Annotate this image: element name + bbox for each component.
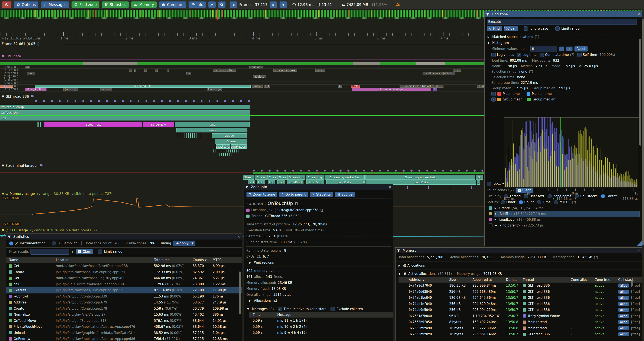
min-bin-plus-button[interactable]: + (566, 47, 572, 51)
zone-info-window[interactable]: ▼ Zone info✕ Zoom to zone ↑Go to parent … (244, 184, 394, 341)
statistics-row[interactable]: OnTouchMove jni/../jni/src/guif/Screen.c… (6, 318, 242, 324)
find-zone-titlebar[interactable]: ▼ Find zone✕ (484, 11, 642, 17)
memory-titlebar[interactable]: ▼ Memory✕ (396, 248, 642, 253)
timeline-zone[interactable]: audiose (253, 75, 266, 78)
memory-plot-header[interactable]: ▼ Memory usage (y-range: 30.88 KB, visib… (2, 192, 113, 196)
reset-button[interactable]: Reset (574, 46, 588, 52)
close-icon[interactable]: ✕ (638, 249, 640, 252)
timeline-zone[interactable]: Streaming (287, 175, 305, 180)
min-bin-minus-button[interactable]: - (559, 47, 564, 51)
timeline-zone[interactable] (168, 69, 170, 72)
close-icon[interactable]: ✕ (389, 185, 392, 189)
timeline-zone[interactable]: audio.service (effect) (422, 72, 455, 75)
timeline-zone[interactable]: GLThread 336 (35, 85, 250, 88)
free-callstack-link[interactable]: [free] (631, 296, 640, 300)
col-total-time[interactable]: Total time (154, 258, 193, 262)
col-appeared-at[interactable]: Appeared at (472, 278, 506, 282)
timeline-zone[interactable]: Streaming (306, 175, 324, 180)
timeline-zone[interactable]: (worker/) (63, 88, 78, 91)
statistics-row[interactable]: PrivateTouchMove jni/../jni/src/claw/app… (6, 324, 242, 330)
source-button[interactable]: Source (335, 192, 355, 197)
timeline-zone[interactable]: ScreenText (143, 122, 174, 127)
timeline-zone[interactable]: Ti (338, 85, 342, 88)
timeline-zone[interactable] (40, 122, 41, 127)
alloc-callstack-button[interactable]: alloc (618, 295, 629, 300)
cpu-data-header[interactable]: ▼ CPU data (2, 54, 21, 58)
clear-button[interactable]: ⃠Clear (504, 26, 518, 31)
statistics-row[interactable]: Unload jni/../jni/src/claw/graphics/pixe… (6, 330, 242, 336)
matched-locations-toggle[interactable]: ▶Matched source locations(1) (487, 34, 640, 40)
timeline-zone[interactable]: auc (27, 72, 35, 75)
messages-collapse[interactable]: ▼ (247, 308, 250, 310)
clipboard-icon[interactable] (320, 209, 323, 212)
self-time-checkbox[interactable] (577, 53, 582, 57)
min-bin-input[interactable] (530, 46, 557, 52)
timeline-zone[interactable]: Strear (255, 175, 267, 180)
statistics-window[interactable]: ▼ Statistics✕ Instrumentation Sampling T… (6, 233, 242, 341)
found-zone-row[interactable]: ▶<no parent>(9) 225.73 µs (487, 222, 640, 228)
timeline-zone[interactable]: cds_ol_rx_thr (213, 69, 236, 72)
col-call-stack[interactable]: Call stack (618, 278, 644, 282)
free-callstack-link[interactable]: [free] (631, 314, 640, 318)
found-zone-row[interactable]: ▶AddTree(18,542) 227.19 ms (487, 211, 640, 217)
filter-clear-button[interactable]: ✕Clear (76, 249, 93, 254)
message-row[interactable]: 5.59 smip 10 w 2 h 2 (4) (249, 324, 394, 330)
find-zone-input[interactable] (487, 19, 637, 25)
active-allocations-toggle[interactable]: ▼ Active allocations (70,311) Memory usa… (396, 271, 642, 277)
timeline-zone[interactable]: Queue (215, 139, 247, 144)
messages-header[interactable]: Time Message (249, 312, 394, 317)
streamingmanager-header[interactable]: ▼ StreamingManager (2, 163, 43, 168)
tools-button[interactable] (208, 1, 216, 8)
memory-row[interactable]: 0x74a9d37040 186.35 KB 295,999,844ns 13:… (398, 282, 644, 289)
compare-button[interactable]: Compare (159, 1, 186, 8)
info-button[interactable]: Info (188, 1, 206, 8)
options-button[interactable]: Options (14, 1, 38, 8)
col-address[interactable]: Address ▲ (409, 278, 449, 282)
statistics-row[interactable]: Normalize jni/../jni/src/claw/vfs/Vfs.cp… (6, 311, 242, 318)
filter-input[interactable] (30, 249, 69, 255)
timeline-zone[interactable]: cds (316, 69, 325, 72)
close-icon[interactable]: ✕ (238, 235, 240, 239)
statistics-row[interactable]: Create jni/../jni/src/guif/Control.cpp:1… (6, 306, 242, 312)
sampling-radio[interactable] (52, 241, 56, 245)
statistics-row[interactable]: Execute jni/../jni/src/claw/base/LuaScri… (6, 287, 242, 293)
go-to-parent-button[interactable]: ↑Go to parent (279, 192, 308, 197)
memory-window[interactable]: ▼ Memory✕ Total allocations:5,221,308 Ac… (395, 247, 642, 341)
memory-row[interactable]: 0x7553b9fa90 16 bytes 153,722,396ns 13:5… (398, 325, 644, 331)
timeline-zone[interactable] (220, 153, 232, 156)
mean-median-checkbox[interactable]: ✓ (492, 92, 496, 96)
memory-scrollbar[interactable] (631, 281, 633, 286)
found-zone-row[interactable]: ▶LoadLevel(18) 406.88 µs (487, 217, 640, 222)
statistics-row[interactable]: AddTree jni/../jni/src/guif/Control.cpp:… (6, 299, 242, 306)
col-time[interactable]: Time (253, 313, 277, 317)
memory-row[interactable]: 0x7531d7b040 96 KB 1:10 234,952,161 12:4… (398, 313, 644, 319)
timeline-zone[interactable]: PrivateTouchUp (0, 105, 250, 109)
cumulate-time-checkbox[interactable] (540, 53, 544, 57)
statistics-button[interactable]: Statistics (102, 1, 129, 8)
wait-regions-toggle[interactable]: ▶Wait regions (246, 259, 390, 265)
col-zone-alloc[interactable]: Zone alloc (571, 278, 595, 282)
alloc-callstack-button[interactable]: alloc (618, 326, 629, 330)
allocations-list-toggle[interactable]: ▶Allocations list (246, 298, 390, 304)
timeline-zone[interactable]: cds_ol_rx_threa (274, 69, 297, 72)
exclude-children-checkbox[interactable] (330, 307, 335, 311)
help-hint[interactable]: (?) (594, 255, 598, 259)
alloc-callstack-button[interactable]: alloc (618, 283, 629, 288)
col-mtpc[interactable]: MTPC (213, 258, 242, 262)
alloc-callstack-button[interactable]: alloc (618, 308, 629, 312)
statistics-row[interactable]: ~Control jni/../jni/src/guif/Control.cpp… (6, 293, 242, 300)
memory-row[interactable]: 0x7553b9fa50 8 bytes 153,492,240ns 13:50… (398, 319, 644, 325)
timeline-zone[interactable]: Ai (432, 88, 437, 91)
statistics-row[interactable]: Get /mnt/e/claw/src/claw/base/Registry.h… (6, 275, 242, 281)
statistics-row[interactable]: call jni/../jni/../../../src/claw/base/L… (6, 281, 242, 287)
timeline-zone[interactable]: Streaming worker task (365, 175, 475, 180)
timeline-zone[interactable]: mi:t (454, 69, 461, 72)
statistics-table-header[interactable]: Name Location Total time Counts ▼ MTPC (6, 257, 242, 263)
alloc-callstack-button[interactable]: alloc (618, 332, 629, 336)
power-button[interactable] (2, 1, 12, 8)
histogram-plot[interactable] (504, 117, 639, 188)
col-counts[interactable]: Counts ▼ (193, 258, 213, 262)
timeline-zone[interactable]: call (0, 116, 250, 121)
show-zone-time-checkbox[interactable] (487, 182, 491, 186)
memory-row[interactable]: 0x74ab1be040 186.68 KB 294,645,364ns 13:… (398, 295, 644, 301)
